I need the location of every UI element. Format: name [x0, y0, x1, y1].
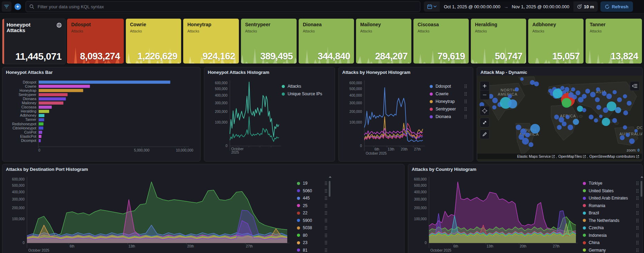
- attack-location-dot[interactable]: [566, 115, 570, 119]
- bar-heralding[interactable]: [39, 110, 49, 113]
- map-zoom-out-button[interactable]: [480, 90, 489, 100]
- attack-location-dot[interactable]: [516, 125, 521, 130]
- legend-options-icon[interactable]: [636, 226, 639, 230]
- world-map[interactable]: NORTHAMERICAEUROPEASIAAFRICASOUTHAMERICA…: [477, 76, 642, 161]
- attack-location-dot[interactable]: [594, 118, 598, 123]
- legend-scroll-thumb[interactable]: [641, 181, 642, 197]
- bar-citrixhoneypot[interactable]: [39, 127, 43, 130]
- legend-scrollbar[interactable]: [640, 179, 643, 253]
- bar-cowrie[interactable]: [39, 85, 90, 88]
- attack-location-dot[interactable]: [564, 87, 569, 92]
- bar-dicompot[interactable]: [39, 139, 41, 142]
- attack-location-dot[interactable]: [623, 94, 627, 98]
- legend-item-23[interactable]: 23: [297, 240, 327, 246]
- attack-location-dot[interactable]: [562, 98, 571, 108]
- map-fit-to-data-button[interactable]: [480, 118, 489, 127]
- legend-item-5060[interactable]: 5060: [297, 188, 327, 194]
- map-zoom-in-button[interactable]: [480, 81, 489, 91]
- attack-location-dot[interactable]: [615, 107, 621, 113]
- attack-location-dot[interactable]: [530, 124, 540, 134]
- attack-location-dot[interactable]: [560, 86, 564, 90]
- map-set-view-button[interactable]: [480, 106, 489, 116]
- legend-options-icon[interactable]: [636, 218, 639, 223]
- legend-item-25[interactable]: 25: [297, 203, 327, 209]
- attack-location-dot[interactable]: [492, 98, 498, 103]
- date-from[interactable]: Oct 1, 2025 @ 00:00:00.000: [444, 4, 501, 9]
- legend-item-Ddospot[interactable]: Ddospot: [430, 83, 467, 89]
- legend-scrollbar[interactable]: [328, 179, 331, 253]
- attack-location-dot[interactable]: [520, 77, 524, 81]
- legend-item-Brazil[interactable]: Brazil: [583, 210, 639, 216]
- attack-location-dot[interactable]: [530, 80, 535, 85]
- map-legend-collapse-button[interactable]: [630, 81, 640, 91]
- attack-location-dot[interactable]: [623, 125, 627, 129]
- map-draw-filter-button[interactable]: [480, 129, 489, 139]
- attack-location-dot[interactable]: [596, 105, 601, 110]
- filter-menu-button[interactable]: [2, 1, 11, 12]
- legend-options-icon[interactable]: [636, 196, 639, 200]
- attack-location-dot[interactable]: [515, 87, 519, 91]
- legend-options-icon[interactable]: [636, 211, 639, 215]
- legend-item-Germany[interactable]: Germany: [583, 247, 639, 253]
- legend-options-icon[interactable]: [325, 204, 327, 208]
- legend-item-Unique Source IPs[interactable]: Unique Source IPs: [282, 91, 330, 97]
- legend-options-icon[interactable]: [325, 233, 327, 237]
- attack-location-dot[interactable]: [596, 87, 600, 91]
- attack-location-dot[interactable]: [590, 92, 596, 97]
- legend-options-icon[interactable]: [325, 248, 327, 252]
- legend-options-icon[interactable]: [325, 189, 327, 193]
- attack-location-dot[interactable]: [508, 99, 517, 108]
- legend-item-Honeytrap[interactable]: Honeytrap: [430, 98, 467, 105]
- date-to[interactable]: Nov 1, 2025 @ 00:00:00.000: [512, 4, 569, 9]
- attribution-link[interactable]: Elastic Maps Service ,: [517, 154, 557, 158]
- bar-tanner[interactable]: [39, 118, 44, 121]
- bar-conpot[interactable]: [39, 131, 42, 134]
- legend-options-icon[interactable]: [636, 233, 639, 237]
- legend-item-Romania[interactable]: Romania: [583, 203, 639, 209]
- legend-options-icon[interactable]: [464, 92, 467, 96]
- legend-item-Czechia[interactable]: Czechia: [583, 225, 639, 231]
- attack-location-dot[interactable]: [582, 94, 587, 99]
- refresh-button[interactable]: Refresh: [600, 1, 633, 12]
- attack-location-dot[interactable]: [602, 91, 607, 96]
- legend-options-icon[interactable]: [636, 241, 639, 245]
- bar-ciscoasa[interactable]: [39, 106, 52, 109]
- attack-location-dot[interactable]: [571, 87, 575, 91]
- bar-honeytrap[interactable]: [39, 89, 83, 92]
- attack-location-dot[interactable]: [572, 95, 577, 99]
- legend-options-icon[interactable]: [325, 241, 327, 245]
- attack-location-dot[interactable]: [553, 89, 562, 98]
- attack-location-dot[interactable]: [606, 94, 612, 99]
- legend-options-icon[interactable]: [636, 189, 639, 193]
- add-filter-button[interactable]: +: [12, 1, 23, 12]
- attribution-link[interactable]: OpenMapTiles ,: [558, 154, 588, 158]
- attack-location-dot[interactable]: [582, 108, 586, 112]
- legend-item-80[interactable]: 80: [297, 232, 327, 239]
- legend-item-Sentrypeer[interactable]: Sentrypeer: [430, 106, 467, 112]
- legend-item-Cowrie[interactable]: Cowrie: [430, 91, 467, 97]
- attack-location-dot[interactable]: [603, 107, 608, 113]
- legend-scroll-up[interactable]: [329, 176, 332, 178]
- attack-location-dot[interactable]: [626, 133, 630, 137]
- legend-item-United States[interactable]: United States: [583, 188, 639, 194]
- attack-location-dot[interactable]: [577, 106, 583, 112]
- attack-location-dot[interactable]: [557, 125, 562, 130]
- attack-location-dot[interactable]: [525, 133, 530, 137]
- legend-item-Attacks[interactable]: Attacks: [282, 83, 330, 89]
- legend-scroll-thumb[interactable]: [329, 181, 330, 197]
- legend-item-445[interactable]: 445: [297, 195, 327, 201]
- attack-location-dot[interactable]: [589, 115, 594, 119]
- attack-location-dot[interactable]: [576, 90, 580, 95]
- legend-item-United Arab Emirates[interactable]: United Arab Emirates: [583, 195, 639, 201]
- legend-options-icon[interactable]: [636, 181, 639, 185]
- attack-location-dot[interactable]: [508, 94, 512, 98]
- bar-dionaea[interactable]: [39, 97, 66, 100]
- legend-options-icon[interactable]: [325, 211, 327, 215]
- legend-options-icon[interactable]: [464, 115, 467, 119]
- legend-item-5900[interactable]: 5900: [297, 217, 327, 224]
- legend-item-5038[interactable]: 5038: [297, 225, 327, 231]
- legend-item-Türkiye[interactable]: Türkiye: [583, 180, 639, 186]
- legend-options-icon[interactable]: [464, 99, 467, 104]
- bar-mailoney[interactable]: [39, 101, 63, 105]
- legend-item-The Netherlands[interactable]: The Netherlands: [583, 217, 639, 224]
